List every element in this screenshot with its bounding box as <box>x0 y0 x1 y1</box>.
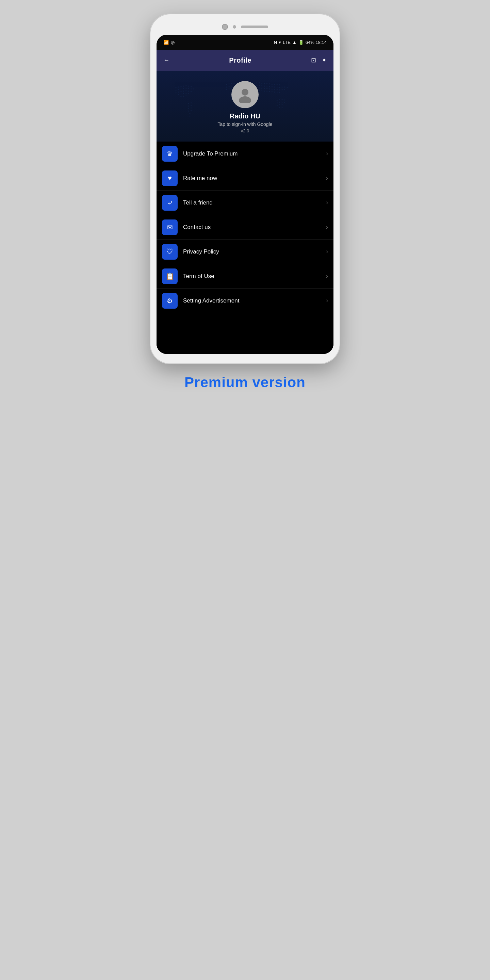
svg-rect-20 <box>188 91 189 92</box>
svg-rect-38 <box>189 113 191 114</box>
menu-item-share[interactable]: ⤶ Tell a friend › <box>156 191 334 215</box>
svg-rect-31 <box>191 102 192 103</box>
svg-rect-29 <box>185 95 186 96</box>
profile-name: Radio HU <box>230 112 260 120</box>
svg-rect-43 <box>234 83 235 84</box>
svg-rect-12 <box>188 88 189 89</box>
cast-icon[interactable]: ⊡ <box>311 56 316 64</box>
svg-rect-54 <box>229 89 230 89</box>
svg-rect-55 <box>231 88 232 89</box>
page-title: Profile <box>229 56 251 64</box>
svg-rect-21 <box>191 91 192 92</box>
svg-rect-2 <box>181 86 182 87</box>
svg-rect-128 <box>274 92 275 92</box>
svg-rect-82 <box>261 83 262 84</box>
menu-item-terms[interactable]: 📋 Term of Use › <box>156 264 334 288</box>
battery-percent: 64% 18:14 <box>305 40 327 45</box>
svg-rect-102 <box>282 86 283 88</box>
svg-rect-48 <box>231 86 232 87</box>
svg-rect-79 <box>254 83 255 84</box>
crown-icon: ♛ <box>167 150 173 158</box>
profile-hero[interactable]: Radio HU Tap to sign-in with Google v2.0 <box>156 71 334 142</box>
sensor-dot <box>233 25 236 29</box>
menu-item-upgrade[interactable]: ♛ Upgrade To Premium › <box>156 142 334 166</box>
menu-item-rate[interactable]: ♥ Rate me now › <box>156 166 334 191</box>
svg-rect-97 <box>269 86 270 87</box>
svg-rect-104 <box>287 87 288 88</box>
chevron-right-icon: › <box>326 224 328 231</box>
svg-rect-89 <box>279 84 280 86</box>
svg-rect-9 <box>181 89 182 89</box>
svg-rect-123 <box>261 91 262 92</box>
svg-rect-32 <box>188 105 189 107</box>
svg-point-144 <box>242 89 248 95</box>
svg-rect-122 <box>259 90 260 91</box>
svg-rect-34 <box>188 108 189 109</box>
svg-rect-40 <box>226 84 227 85</box>
page-wrapper: 📶 ◎ N ▾ LTE ▲ 🔋 64% 18:14 ← Profile ⊡ <box>0 14 490 391</box>
svg-rect-137 <box>282 102 283 103</box>
chevron-right-icon: › <box>326 248 328 255</box>
svg-rect-124 <box>264 91 265 92</box>
chevron-right-icon: › <box>326 297 328 304</box>
svg-rect-140 <box>279 104 280 105</box>
header-action-icons: ⊡ ✦ <box>311 56 327 64</box>
svg-rect-25 <box>185 93 186 94</box>
heart-icon: ♥ <box>168 174 172 182</box>
svg-rect-3 <box>183 86 184 87</box>
svg-rect-139 <box>277 105 278 106</box>
menu-item-contact[interactable]: ✉ Contact us › <box>156 215 334 240</box>
settings-label: Setting Advertisement <box>183 298 326 304</box>
upgrade-label: Upgrade To Premium <box>183 150 326 157</box>
svg-rect-92 <box>256 85 257 86</box>
menu-item-settings[interactable]: ⚙ Setting Advertisement › <box>156 288 334 313</box>
svg-rect-35 <box>191 108 192 108</box>
svg-rect-81 <box>259 82 260 83</box>
radio-icon: ◎ <box>171 40 175 45</box>
svg-rect-138 <box>284 102 285 103</box>
svg-rect-4 <box>185 86 186 86</box>
svg-rect-88 <box>277 84 278 85</box>
svg-rect-132 <box>279 99 280 100</box>
status-right-info: N ▾ LTE ▲ 🔋 64% 18:14 <box>274 40 327 45</box>
menu-item-privacy[interactable]: 🛡 Privacy Policy › <box>156 240 334 264</box>
svg-rect-125 <box>266 91 267 92</box>
rate-label: Rate me now <box>183 175 326 182</box>
svg-rect-8 <box>178 89 179 90</box>
svg-rect-135 <box>277 102 278 103</box>
svg-rect-118 <box>284 89 285 90</box>
svg-rect-77 <box>235 105 236 107</box>
svg-rect-84 <box>266 83 267 84</box>
svg-rect-142 <box>279 107 280 108</box>
speaker-bar <box>241 25 268 28</box>
svg-rect-0 <box>176 87 177 88</box>
svg-rect-10 <box>183 88 184 89</box>
svg-rect-113 <box>272 89 272 90</box>
svg-rect-131 <box>277 100 278 101</box>
svg-rect-30 <box>188 103 189 104</box>
shield-icon: 🛡 <box>166 248 173 256</box>
premium-version-label: Premium version <box>185 374 305 391</box>
svg-rect-87 <box>274 84 275 85</box>
svg-rect-53 <box>226 89 227 90</box>
envelope-icon: ✉ <box>167 223 173 231</box>
camera-dot <box>222 24 228 30</box>
svg-rect-85 <box>269 83 270 84</box>
privacy-label: Privacy Policy <box>183 248 326 255</box>
contact-icon-box: ✉ <box>162 220 178 235</box>
svg-rect-86 <box>272 84 272 85</box>
svg-rect-6 <box>191 86 192 87</box>
svg-rect-115 <box>277 89 278 90</box>
avatar <box>231 81 259 108</box>
svg-rect-17 <box>181 91 182 92</box>
brightness-icon[interactable]: ✦ <box>321 56 327 64</box>
svg-rect-14 <box>193 89 194 89</box>
svg-rect-1 <box>178 86 179 88</box>
svg-rect-47 <box>229 86 230 87</box>
lte-label: LTE <box>283 40 291 45</box>
svg-rect-18 <box>183 91 184 92</box>
chevron-right-icon: › <box>326 150 328 157</box>
back-button[interactable]: ← <box>163 57 169 64</box>
svg-rect-127 <box>272 91 272 92</box>
app-header: ← Profile ⊡ ✦ <box>156 50 334 71</box>
